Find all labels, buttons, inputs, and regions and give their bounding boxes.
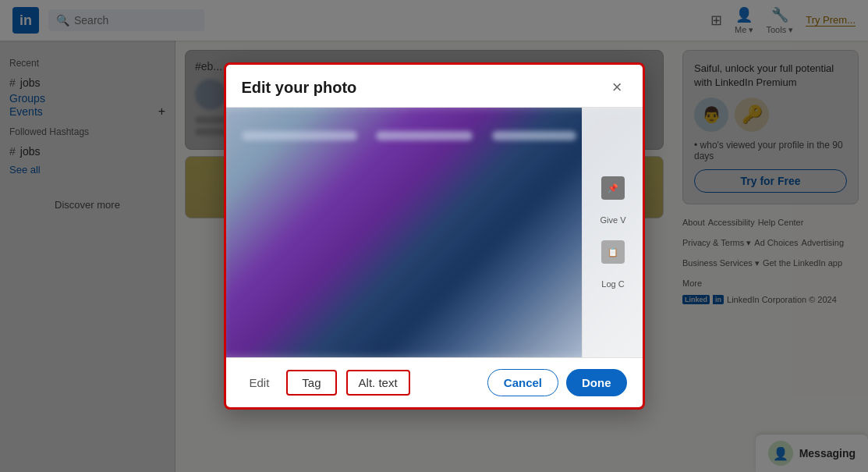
give-label: Give V: [600, 215, 625, 225]
log-icon: 📋: [601, 240, 625, 264]
overlay: Edit your photo × 📌 Give V 📋 Log C Edit …: [0, 0, 868, 472]
tag-button[interactable]: Tag: [286, 370, 336, 396]
alt-text-button[interactable]: Alt. text: [346, 370, 410, 396]
give-icon: 📌: [601, 176, 625, 200]
modal-image-area: 📌 Give V 📋 Log C: [226, 108, 643, 357]
modal-title: Edit your photo: [242, 79, 357, 97]
image-right-panel: 📌 Give V 📋 Log C: [582, 108, 643, 357]
image-overlay: [242, 123, 627, 342]
cancel-button[interactable]: Cancel: [487, 369, 558, 396]
done-button[interactable]: Done: [566, 369, 627, 396]
edit-photo-modal: Edit your photo × 📌 Give V 📋 Log C Edit …: [224, 62, 645, 410]
log-label: Log C: [601, 279, 624, 289]
modal-header: Edit your photo ×: [226, 65, 643, 108]
modal-actions: Edit Tag Alt. text Cancel Done: [226, 357, 643, 407]
edit-action[interactable]: Edit: [242, 371, 278, 394]
close-button[interactable]: ×: [608, 77, 627, 98]
modal-footer-buttons: Cancel Done: [487, 369, 627, 396]
